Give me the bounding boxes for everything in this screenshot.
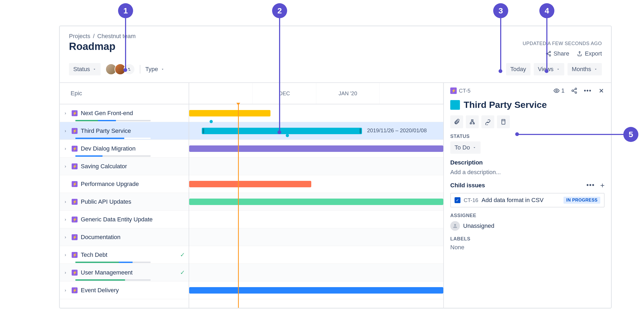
link-button[interactable] (481, 115, 494, 128)
epic-icon: ⚡ (72, 181, 78, 187)
close-button[interactable] (598, 87, 605, 94)
child-issue-dot[interactable] (286, 134, 289, 137)
expand-caret-icon[interactable]: › (65, 270, 70, 275)
close-icon (598, 87, 605, 94)
timeline-row[interactable] (189, 175, 443, 193)
timeline-row[interactable]: 2019/11/26 – 2020/01/08 (189, 122, 443, 140)
description-label: Description (450, 159, 605, 166)
issue-title[interactable]: Third Party Service (464, 100, 547, 110)
annotation-dot (123, 68, 127, 72)
child-issue-dot[interactable] (210, 120, 213, 123)
timeline-bar[interactable] (202, 128, 362, 134)
assignee-field[interactable]: Unassigned (450, 221, 605, 231)
expand-caret-icon[interactable]: › (65, 129, 70, 133)
issue-key-link[interactable]: ⚡ CT-5 (450, 87, 470, 94)
timeline-row[interactable] (189, 193, 443, 211)
timeline-row[interactable] (189, 140, 443, 158)
epic-row[interactable]: ›⚡Dev Dialog Migration (60, 140, 189, 158)
share-button[interactable]: Share (546, 50, 569, 57)
expand-caret-icon[interactable]: › (65, 164, 70, 169)
epic-column-header: Epic (60, 83, 189, 104)
expand-caret-icon[interactable]: › (65, 235, 70, 240)
expand-caret-icon[interactable]: › (65, 253, 70, 257)
child-more-button[interactable]: ••• (586, 181, 595, 190)
timeline-row[interactable] (189, 281, 443, 299)
annotation-1: 1 (118, 3, 133, 18)
share-issue-button[interactable] (571, 87, 577, 94)
expand-caret-icon[interactable]: › (65, 146, 70, 151)
timeline-row[interactable] (189, 158, 443, 175)
breadcrumb-project[interactable]: Chestnut team (97, 33, 136, 40)
month-header: JAN '20 (316, 83, 380, 104)
expand-caret-icon[interactable]: › (65, 199, 70, 204)
people-filter[interactable] (105, 64, 135, 75)
bar-date-label: 2019/11/26 – 2020/01/08 (367, 127, 427, 134)
expand-caret-icon[interactable]: › (65, 111, 70, 116)
labels-value[interactable]: None (450, 244, 605, 251)
timeline-bar[interactable] (189, 145, 443, 152)
epic-row[interactable]: ›⚡Event Delivery (60, 281, 189, 299)
child-issues-label: Child issues (450, 182, 485, 189)
status-filter[interactable]: Status (69, 63, 101, 75)
more-actions-button[interactable]: ••• (584, 87, 592, 94)
progress-bar (75, 262, 151, 263)
timeline-bar[interactable] (189, 287, 443, 294)
expand-caret-icon[interactable]: › (65, 217, 70, 222)
timeline-bar[interactable] (189, 110, 270, 116)
assignee-label: ASSIGNEE (450, 213, 605, 218)
epic-row[interactable]: ›⚡Public API Updates (60, 193, 189, 211)
timeline-row[interactable] (189, 228, 443, 246)
epic-name: Event Delivery (81, 287, 189, 294)
epic-column: Epic ›⚡Next Gen Front-end›⚡Third Party S… (60, 83, 189, 309)
month-header: DEC (253, 83, 316, 104)
export-button[interactable]: Export (577, 50, 602, 57)
epic-icon: ⚡ (72, 110, 78, 116)
chevron-down-icon (556, 67, 560, 71)
epic-icon: ⚡ (72, 199, 78, 205)
timeline-row[interactable] (189, 104, 443, 122)
timeline-row[interactable] (189, 246, 443, 264)
bar-resize-handle[interactable] (203, 128, 204, 134)
timeline-bar[interactable] (189, 199, 443, 205)
epic-row[interactable]: ›⚡Generic Data Entity Update (60, 211, 189, 228)
breadcrumb-sep: / (93, 33, 94, 40)
add-child-button[interactable] (466, 115, 479, 128)
add-child-issue-button[interactable]: + (600, 181, 605, 190)
type-filter-label: Type (145, 66, 158, 73)
timeline-grid[interactable]: DECJAN '20 2019/11/26 – 2020/01/08 (189, 83, 443, 309)
app-frame: Projects / Chestnut team Roadmap UPDATED… (59, 25, 612, 309)
child-issue-row[interactable]: ✓ CT-16 Add data format in CSV IN PROGRE… (450, 193, 605, 207)
add-person-icon (127, 67, 132, 72)
bar-resize-handle[interactable] (360, 128, 361, 134)
timescale-dropdown[interactable]: Months (568, 63, 602, 75)
page-button[interactable] (497, 115, 510, 128)
month-header (189, 83, 253, 104)
views-dropdown[interactable]: Views (534, 63, 564, 75)
status-dropdown[interactable]: To Do (450, 141, 481, 154)
epic-row[interactable]: ›⚡Saving Calculator (60, 158, 189, 175)
timeline-bar[interactable] (189, 181, 311, 187)
progress-bar (75, 155, 151, 157)
expand-caret-icon[interactable]: › (65, 288, 70, 293)
page-title: Roadmap (69, 41, 115, 52)
child-issue-key: CT-16 (464, 197, 478, 203)
child-issue-title: Add data format in CSV (481, 197, 543, 204)
avatar-placeholder-icon (450, 221, 460, 231)
share-label: Share (554, 50, 569, 57)
type-filter[interactable]: Type (145, 66, 164, 73)
watchers-button[interactable]: 1 (553, 87, 565, 94)
timeline-row[interactable] (189, 211, 443, 228)
epic-row[interactable]: ⚡Performance Upgrade (60, 175, 189, 193)
epic-icon: ⚡ (72, 128, 78, 134)
done-check-icon: ✓ (180, 251, 185, 258)
breadcrumb-root[interactable]: Projects (69, 33, 90, 40)
epic-row[interactable]: ›⚡Next Gen Front-end (60, 104, 189, 122)
epic-row[interactable]: ›⚡Tech Debt✓ (60, 246, 189, 264)
attach-button[interactable] (450, 115, 463, 128)
timeline-row[interactable] (189, 264, 443, 281)
description-field[interactable]: Add a description... (450, 169, 605, 176)
epic-row[interactable]: ›⚡Third Party Service (60, 122, 189, 140)
today-button[interactable]: Today (506, 63, 530, 75)
epic-row[interactable]: ›⚡Documentation (60, 228, 189, 246)
epic-row[interactable]: ›⚡User Managemeent✓ (60, 264, 189, 281)
